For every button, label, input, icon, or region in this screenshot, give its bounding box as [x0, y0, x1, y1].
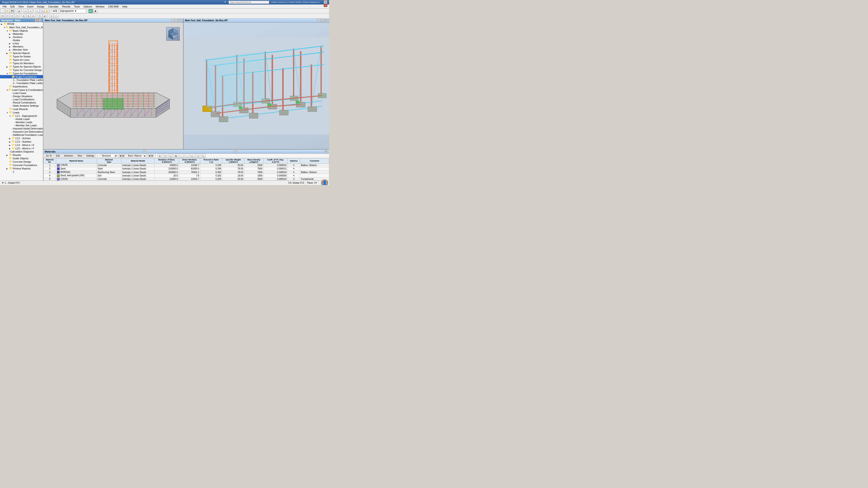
bt-icon-4[interactable]: 🗑 — [174, 154, 178, 158]
tree-item-load-wizards[interactable]: 📁Load Wizards — [0, 107, 43, 111]
cell-options[interactable]: ✎ — [287, 177, 300, 181]
filter-prev[interactable]: ◀ — [119, 154, 122, 158]
menu-window[interactable]: Window — [94, 4, 106, 8]
settings-button[interactable]: Settings — [85, 154, 96, 158]
tree-item-lc3[interactable]: ▶📁LC3 - Nutzlast — [0, 140, 43, 143]
tree-item-types-for-members[interactable]: 📁Types for Members — [0, 61, 43, 65]
navigator-close-button[interactable]: ✕ — [38, 19, 41, 22]
bt-icon-7[interactable]: ⇤ — [190, 154, 195, 158]
bt-icon-5[interactable]: ↑ — [179, 154, 184, 158]
navigator-pin-button[interactable]: 📌 — [35, 19, 38, 22]
tree-item-basic-objects[interactable]: ▼📁Basic Objects — [0, 29, 43, 32]
tree-item-nodal-loads[interactable]: ▪Nodal Loads — [0, 118, 43, 121]
tree-item-results[interactable]: ▶📁Results — [0, 153, 43, 157]
filter2-prev[interactable]: ◀ — [148, 154, 151, 158]
tree-item-loads[interactable]: ▼📁Loads — [0, 111, 43, 114]
tree-item-project[interactable]: ▼📁Main-Test_Hall_Foundation_No-Res.rf6* — [0, 26, 43, 29]
bt-icon-2[interactable]: ✎ — [163, 154, 167, 158]
right-vp-min[interactable]: ─ — [317, 19, 320, 22]
tree-item-rfem[interactable]: ▶📁RFEM — [0, 22, 43, 26]
wireframe-button[interactable]: □ — [54, 14, 59, 18]
save-button[interactable]: 💾 — [10, 9, 14, 13]
tree-item-concrete-foundations[interactable]: 📁Concrete Foundations — [0, 163, 43, 167]
menu-insert[interactable]: Insert — [25, 4, 35, 8]
open-button[interactable]: 📂 — [5, 9, 10, 13]
lc-dropdown[interactable]: Eigengewicht ▼ — [59, 9, 86, 13]
left-vp-max[interactable]: □ — [175, 19, 178, 22]
tree-item-guide-objects[interactable]: 📁Guide Objects — [0, 157, 43, 160]
table-row[interactable]: 2 Steel Steel Isotropic | Linear Elastic… — [43, 167, 329, 170]
table-row[interactable]: 5 C25/30 Concrete Isotropic | Linear Ela… — [43, 177, 329, 181]
bt-icon-6[interactable]: ↓ — [185, 154, 189, 158]
cell-options[interactable]: ✎ — [287, 170, 300, 174]
tree-item-member-set-loads[interactable]: ▪Member Set Loads — [0, 124, 43, 127]
bt-icon-1[interactable]: ⊕ — [158, 154, 162, 158]
bt-icon-3[interactable]: 📋 — [168, 154, 173, 158]
left-vp-close[interactable]: ✕ — [178, 19, 182, 22]
menu-file[interactable]: File — [1, 4, 8, 8]
view-button[interactable]: View — [76, 154, 84, 158]
tree-item-materials[interactable]: ▶▪Materials — [0, 32, 43, 35]
bottom-panel-max[interactable]: □ — [234, 150, 237, 153]
tree-item-types-for-lines[interactable]: 📁Types for Lines — [0, 58, 43, 61]
left-vp-min[interactable]: ─ — [171, 19, 174, 22]
render-button[interactable]: ● — [49, 14, 54, 18]
bt-icon-9[interactable]: 🔍 — [201, 154, 206, 158]
tree-item-foundation-2[interactable]: ▫2 - Foundation Plate | without Groundw — [0, 82, 43, 85]
right-viewport-canvas[interactable] — [184, 23, 329, 149]
tree-item-nodes[interactable]: ▪Nodes — [0, 39, 43, 42]
tree-item-lc2[interactable]: ▶📁LC2 - Schnee — [0, 136, 43, 140]
menu-assign[interactable]: Assign — [35, 4, 46, 8]
tree-item-types-for-foundations[interactable]: ▼📁Types for Foundations — [0, 72, 43, 75]
menu-options[interactable]: Options — [82, 4, 94, 8]
right-vp-max[interactable]: □ — [321, 19, 324, 22]
filter2-next[interactable]: ▶ — [151, 154, 154, 158]
bt-icon-8[interactable]: ⇥ — [195, 154, 200, 158]
tree-item-special-objects[interactable]: ▶📁Special Objects — [0, 51, 43, 55]
tree-item-sections[interactable]: ▶▪Sections — [0, 35, 43, 39]
view-xy-button[interactable]: XY — [5, 14, 10, 18]
tree-item-static-analysis-settings[interactable]: ▪Static Analysis Settings — [0, 104, 43, 107]
tree-item-types-for-concrete-design[interactable]: 📁Types for Concrete Design — [0, 68, 43, 72]
tree-item-lc1[interactable]: ▼📁LC1 - Eigengewicht — [0, 114, 43, 118]
goto-button[interactable]: Go To — [44, 154, 54, 158]
zoom-out-button[interactable]: ⊖ — [31, 14, 35, 18]
tree-item-lc4-wind-x[interactable]: ▶📁LC4 - Wind in +X — [0, 143, 43, 147]
close-button[interactable]: ✕ — [324, 4, 327, 7]
bottom-panel-close[interactable]: ✕ — [324, 150, 328, 153]
menu-edit[interactable]: Edit — [8, 4, 17, 8]
tree-item-calculation-diagrams[interactable]: ▪Calculation Diagrams — [0, 150, 43, 153]
tree-item-imperfections[interactable]: 📁Imperfections — [0, 85, 43, 88]
tree-item-additional-foundation-loads[interactable]: ▪Additional Foundation Loads — [0, 133, 43, 136]
tree-item-lines[interactable]: ▶▪Lines — [0, 42, 43, 45]
table-row[interactable]: 1 C35/45 Concrete Isotropic | Linear Ela… — [43, 164, 329, 167]
cell-options[interactable]: ✎ — [287, 167, 300, 170]
tree-item-types-for-nodes[interactable]: 📁Types for Nodes — [0, 55, 43, 58]
maximize-button[interactable]: □ — [324, 1, 327, 4]
zoom-button[interactable]: 🔍 — [40, 9, 44, 13]
table-row[interactable]: 3 B500S(A) Reinforcing Steel Isotropic |… — [43, 170, 329, 174]
tree-item-concrete-design[interactable]: 📁Concrete Design — [0, 160, 43, 163]
stop-button[interactable]: ⏹ — [93, 9, 98, 13]
undo-button[interactable]: ↩ — [24, 9, 28, 13]
cell-options[interactable]: ✎ — [287, 174, 300, 177]
select-button[interactable]: ↖ — [35, 9, 39, 13]
filter2-dropdown[interactable]: Basic Objects — [126, 154, 147, 158]
view-xz-button[interactable]: XZ — [10, 14, 14, 18]
tree-item-design-situations[interactable]: ▪Design Situations — [0, 95, 43, 98]
view3d-button[interactable]: 3D — [0, 14, 5, 18]
left-viewport-canvas[interactable]: +X — [43, 23, 183, 149]
right-vp-close[interactable]: ✕ — [324, 19, 328, 22]
tree-item-printout-reports[interactable]: ▶📁Printout Reports — [0, 167, 43, 170]
menu-results[interactable]: Results — [60, 4, 72, 8]
filter-dropdown[interactable]: Structure — [100, 154, 118, 158]
mirror-button[interactable]: ⇄ — [42, 14, 47, 18]
tree-item-imposed-line-deformations[interactable]: ▪Imposed Line Deformations — [0, 130, 43, 133]
cell-options[interactable]: ✎ — [287, 164, 300, 167]
materials-table-container[interactable]: MaterialNo. Material Name MaterialType M… — [43, 158, 329, 181]
edit-button[interactable]: Edit — [55, 154, 61, 158]
selection-button[interactable]: Selection — [62, 154, 75, 158]
table-row[interactable]: 4 Sand, well-graded (SW) Soil Isotropic … — [43, 174, 329, 177]
menu-view[interactable]: View — [17, 4, 26, 8]
search-input[interactable] — [228, 1, 269, 4]
